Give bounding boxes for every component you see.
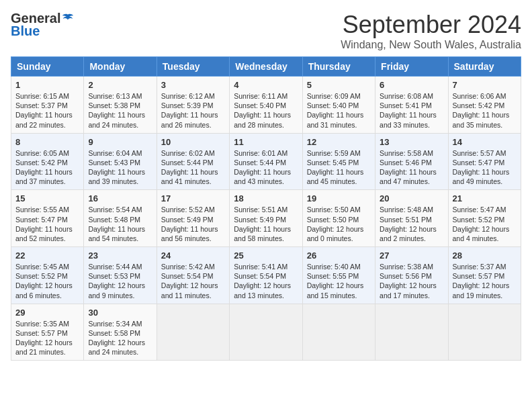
weekday-header-thursday: Thursday [302, 57, 375, 77]
cell-content: Sunrise: 5:57 AMSunset: 5:47 PMDaylight:… [453, 148, 517, 187]
day-number: 4 [234, 80, 298, 90]
weekday-header-sunday: Sunday [11, 57, 84, 77]
cell-content: Sunrise: 6:01 AMSunset: 5:44 PMDaylight:… [234, 148, 298, 187]
weekday-header-friday: Friday [375, 57, 448, 77]
cell-content: Sunrise: 6:02 AMSunset: 5:44 PMDaylight:… [161, 148, 225, 187]
calendar-cell: 17Sunrise: 5:52 AMSunset: 5:49 PMDayligh… [157, 190, 229, 247]
calendar-cell: 18Sunrise: 5:51 AMSunset: 5:49 PMDayligh… [230, 190, 302, 247]
cell-content: Sunrise: 6:05 AMSunset: 5:42 PMDaylight:… [15, 148, 79, 187]
calendar-cell: 29Sunrise: 5:35 AMSunset: 5:57 PMDayligh… [11, 304, 84, 361]
cell-content: Sunrise: 6:09 AMSunset: 5:40 PMDaylight:… [307, 91, 371, 130]
calendar-cell: 4Sunrise: 6:11 AMSunset: 5:40 PMDaylight… [230, 77, 302, 134]
calendar-cell: 7Sunrise: 6:06 AMSunset: 5:42 PMDaylight… [448, 77, 521, 134]
calendar-cell [302, 304, 375, 361]
calendar-cell: 13Sunrise: 5:58 AMSunset: 5:46 PMDayligh… [375, 133, 448, 190]
calendar-week-row: 15Sunrise: 5:55 AMSunset: 5:47 PMDayligh… [11, 190, 521, 247]
calendar-cell: 23Sunrise: 5:44 AMSunset: 5:53 PMDayligh… [84, 247, 157, 304]
day-number: 28 [453, 250, 517, 261]
cell-content: Sunrise: 5:52 AMSunset: 5:49 PMDaylight:… [161, 205, 225, 243]
calendar-cell: 30Sunrise: 5:34 AMSunset: 5:58 PMDayligh… [84, 304, 157, 361]
weekday-header-wednesday: Wednesday [230, 57, 302, 77]
day-number: 17 [161, 193, 225, 203]
weekday-header-monday: Monday [84, 57, 157, 77]
calendar-cell: 5Sunrise: 6:09 AMSunset: 5:40 PMDaylight… [302, 77, 375, 134]
cell-content: Sunrise: 5:54 AMSunset: 5:48 PMDaylight:… [88, 205, 152, 243]
day-number: 27 [380, 250, 443, 261]
calendar-week-row: 29Sunrise: 5:35 AMSunset: 5:57 PMDayligh… [11, 304, 521, 361]
day-number: 20 [380, 193, 443, 203]
calendar-week-row: 22Sunrise: 5:45 AMSunset: 5:52 PMDayligh… [11, 247, 521, 304]
calendar-cell: 21Sunrise: 5:47 AMSunset: 5:52 PMDayligh… [448, 190, 521, 247]
day-number: 26 [307, 250, 371, 261]
day-number: 18 [234, 193, 298, 203]
day-number: 19 [307, 193, 371, 203]
day-number: 22 [15, 250, 79, 261]
day-number: 7 [453, 80, 517, 90]
day-number: 9 [88, 137, 152, 147]
calendar-cell: 20Sunrise: 5:48 AMSunset: 5:51 PMDayligh… [375, 190, 448, 247]
day-number: 12 [307, 137, 371, 147]
calendar-cell: 24Sunrise: 5:42 AMSunset: 5:54 PMDayligh… [157, 247, 229, 304]
calendar-cell: 8Sunrise: 6:05 AMSunset: 5:42 PMDaylight… [11, 133, 84, 190]
cell-content: Sunrise: 5:40 AMSunset: 5:55 PMDaylight:… [307, 262, 371, 300]
cell-content: Sunrise: 6:08 AMSunset: 5:41 PMDaylight:… [380, 91, 443, 130]
title-section: September 2024 Windang, New South Wales,… [341, 11, 521, 51]
logo: General Blue [11, 11, 74, 39]
calendar-cell: 19Sunrise: 5:50 AMSunset: 5:50 PMDayligh… [302, 190, 375, 247]
day-number: 21 [453, 193, 517, 203]
cell-content: Sunrise: 5:41 AMSunset: 5:54 PMDaylight:… [234, 262, 298, 300]
day-number: 2 [88, 80, 152, 90]
calendar-cell: 27Sunrise: 5:38 AMSunset: 5:56 PMDayligh… [375, 247, 448, 304]
cell-content: Sunrise: 5:51 AMSunset: 5:49 PMDaylight:… [234, 205, 298, 243]
calendar-cell: 10Sunrise: 6:02 AMSunset: 5:44 PMDayligh… [157, 133, 229, 190]
logo-bird-icon [62, 13, 74, 25]
calendar-cell: 15Sunrise: 5:55 AMSunset: 5:47 PMDayligh… [11, 190, 84, 247]
calendar-week-row: 1Sunrise: 6:15 AMSunset: 5:37 PMDaylight… [11, 77, 521, 134]
day-number: 5 [307, 80, 371, 90]
cell-content: Sunrise: 6:06 AMSunset: 5:42 PMDaylight:… [453, 91, 517, 130]
day-number: 23 [88, 250, 152, 261]
calendar-cell [375, 304, 448, 361]
day-number: 15 [15, 193, 79, 203]
calendar-week-row: 8Sunrise: 6:05 AMSunset: 5:42 PMDaylight… [11, 133, 521, 190]
day-number: 30 [88, 308, 152, 318]
calendar-cell: 25Sunrise: 5:41 AMSunset: 5:54 PMDayligh… [230, 247, 302, 304]
day-number: 29 [15, 308, 79, 318]
cell-content: Sunrise: 5:50 AMSunset: 5:50 PMDaylight:… [307, 205, 371, 243]
cell-content: Sunrise: 5:37 AMSunset: 5:57 PMDaylight:… [453, 262, 517, 300]
day-number: 1 [15, 80, 79, 90]
cell-content: Sunrise: 5:34 AMSunset: 5:58 PMDaylight:… [88, 319, 152, 357]
cell-content: Sunrise: 6:11 AMSunset: 5:40 PMDaylight:… [234, 91, 298, 130]
calendar-cell: 22Sunrise: 5:45 AMSunset: 5:52 PMDayligh… [11, 247, 84, 304]
cell-content: Sunrise: 6:12 AMSunset: 5:39 PMDaylight:… [161, 91, 225, 130]
cell-content: Sunrise: 5:59 AMSunset: 5:45 PMDaylight:… [307, 148, 371, 187]
day-number: 24 [161, 250, 225, 261]
calendar-cell: 2Sunrise: 6:13 AMSunset: 5:38 PMDaylight… [84, 77, 157, 134]
calendar-cell: 9Sunrise: 6:04 AMSunset: 5:43 PMDaylight… [84, 133, 157, 190]
calendar-cell: 11Sunrise: 6:01 AMSunset: 5:44 PMDayligh… [230, 133, 302, 190]
cell-content: Sunrise: 5:42 AMSunset: 5:54 PMDaylight:… [161, 262, 225, 300]
month-title: September 2024 [341, 11, 521, 39]
calendar-cell: 3Sunrise: 6:12 AMSunset: 5:39 PMDaylight… [157, 77, 229, 134]
calendar-cell: 14Sunrise: 5:57 AMSunset: 5:47 PMDayligh… [448, 133, 521, 190]
cell-content: Sunrise: 5:44 AMSunset: 5:53 PMDaylight:… [88, 262, 152, 300]
calendar-cell: 28Sunrise: 5:37 AMSunset: 5:57 PMDayligh… [448, 247, 521, 304]
cell-content: Sunrise: 6:04 AMSunset: 5:43 PMDaylight:… [88, 148, 152, 187]
day-number: 14 [453, 137, 517, 147]
day-number: 3 [161, 80, 225, 90]
day-number: 11 [234, 137, 298, 147]
calendar-cell [448, 304, 521, 361]
calendar-cell: 6Sunrise: 6:08 AMSunset: 5:41 PMDaylight… [375, 77, 448, 134]
cell-content: Sunrise: 5:35 AMSunset: 5:57 PMDaylight:… [15, 319, 79, 357]
page-header: General Blue September 2024 Windang, New… [11, 11, 521, 51]
cell-content: Sunrise: 5:47 AMSunset: 5:52 PMDaylight:… [453, 205, 517, 243]
day-number: 8 [15, 137, 79, 147]
calendar-table: SundayMondayTuesdayWednesdayThursdayFrid… [11, 56, 521, 361]
calendar-cell [230, 304, 302, 361]
day-number: 16 [88, 193, 152, 203]
day-number: 6 [380, 80, 443, 90]
cell-content: Sunrise: 5:38 AMSunset: 5:56 PMDaylight:… [380, 262, 443, 300]
weekday-header-saturday: Saturday [448, 57, 521, 77]
day-number: 10 [161, 137, 225, 147]
cell-content: Sunrise: 5:48 AMSunset: 5:51 PMDaylight:… [380, 205, 443, 243]
